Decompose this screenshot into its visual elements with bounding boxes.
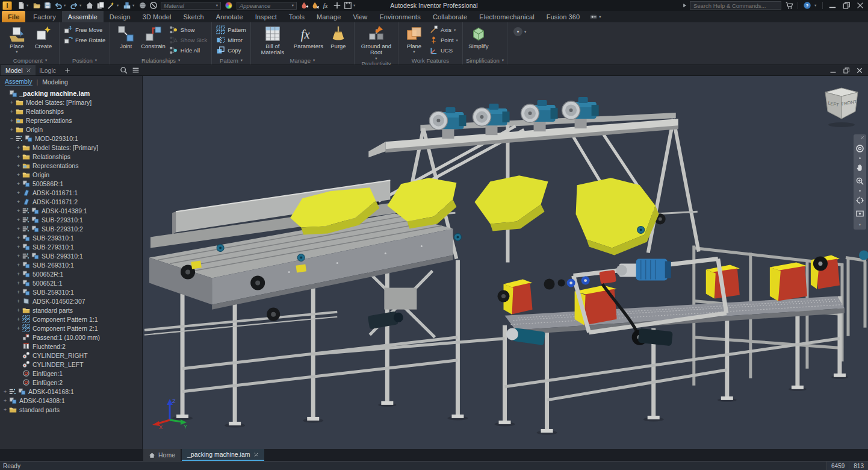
ribbon-tab-collaborate[interactable]: Collaborate [427, 11, 473, 22]
help-dropdown-icon[interactable]: ▾ [814, 3, 819, 8]
free-rotate-button[interactable]: Free Rotate [63, 35, 107, 45]
tree-item-origin[interactable]: +Origin [0, 170, 142, 179]
redo-dropdown-icon[interactable]: ▾ [79, 3, 84, 8]
close-button[interactable] [854, 1, 866, 10]
view-modeling[interactable]: Modeling [42, 78, 68, 86]
undo-icon[interactable] [53, 1, 63, 10]
tree-item-500652l-1[interactable]: +500652L:1 [0, 278, 142, 287]
navbar-more-icon[interactable]: ▾ [859, 222, 861, 227]
redo-icon[interactable] [69, 1, 79, 10]
tree-item-passend-1-10-000-mm[interactable]: Passend:1 (10.000 mm) [0, 333, 142, 342]
parameters-quick-icon[interactable]: fx [321, 1, 331, 10]
tree-item-relationships[interactable]: +Relationships [0, 107, 142, 116]
browser-tab-close-icon[interactable] [26, 67, 31, 73]
doc-minimize-button[interactable] [827, 66, 839, 75]
search-expand-icon[interactable] [681, 1, 687, 10]
tree-expander-icon[interactable]: − [8, 135, 15, 142]
tree-item-adsk-011671-2[interactable]: +ADSK-011671:2 [0, 197, 142, 206]
ground-and-root-button[interactable]: Ground and Root▾ [358, 24, 395, 60]
show-button[interactable]: Show [168, 25, 208, 35]
pattern-button[interactable]: Pattern [215, 25, 247, 35]
pan-icon[interactable] [855, 163, 864, 172]
panel-label-component[interactable]: Component▾ [4, 56, 56, 64]
free-move-button[interactable]: Free Move [63, 25, 107, 35]
ribbon-tab-environments[interactable]: Environments [373, 11, 426, 22]
tree-item-packing-machine-iam[interactable]: _packing machine.iam [0, 89, 142, 98]
hide-all-button[interactable]: Hide All [168, 45, 208, 55]
store-cart-icon[interactable] [784, 1, 794, 10]
tree-expander-icon[interactable]: + [15, 234, 22, 241]
orbit-icon[interactable] [855, 196, 864, 205]
ribbon-tab-design[interactable]: Design [104, 11, 137, 22]
ucs-button[interactable]: UCS [428, 45, 459, 55]
tree-expander-icon[interactable]: + [15, 289, 22, 295]
appearance-combo[interactable]: Appearance ▾ [237, 2, 297, 10]
qat-customize-icon[interactable]: ▾ [353, 3, 358, 8]
doc-tab-packing-machine[interactable]: _packing machine.iam [182, 449, 264, 461]
adjust-add-icon[interactable] [299, 1, 309, 10]
measure-grid-icon[interactable] [343, 1, 353, 10]
navbar-close-icon[interactable] [860, 136, 864, 140]
ribbon-tab-electromechanical[interactable]: Electromechanical [473, 11, 541, 22]
tree-item-standard-parts[interactable]: +standard parts [0, 405, 142, 414]
tree-item-500586r-1[interactable]: +500586R:1 [0, 179, 142, 188]
quick-command-dropdown-icon[interactable]: ▾ [117, 3, 121, 8]
ribbon-tab-inspect[interactable]: Inspect [249, 11, 283, 22]
tree-expander-icon[interactable]: + [2, 406, 8, 413]
ribbon-tab-fusion-360[interactable]: Fusion 360 [541, 11, 586, 22]
ribbon-tab-factory[interactable]: Factory [27, 11, 61, 22]
tree-item-500652r-1[interactable]: +500652R:1 [0, 269, 142, 278]
tree-expander-icon[interactable]: + [8, 126, 15, 133]
tree-item-representations[interactable]: +Representations [0, 161, 142, 170]
bill-of-materials-button[interactable]: Bill of Materials [254, 24, 291, 56]
tree-item-component-pattern-2-1[interactable]: +Component Pattern 2:1 [0, 324, 142, 333]
tree-item-sub-299310-1[interactable]: +SUB-299310:1 [0, 251, 142, 260]
inventor-logo-icon[interactable]: I [2, 1, 12, 10]
minimize-button[interactable] [826, 1, 838, 10]
help-search-input[interactable] [690, 1, 781, 10]
axis-button[interactable]: Axis▾ [428, 25, 459, 35]
tree-expander-icon[interactable]: + [15, 307, 22, 313]
ribbon-tab-annotate[interactable]: Annotate [210, 11, 249, 22]
tree-item-fluchtend-2[interactable]: Fluchtend:2 [0, 342, 142, 351]
material-combo[interactable]: Material ▾ [161, 2, 221, 10]
help-icon[interactable]: ? [802, 1, 812, 10]
point-button[interactable]: Point▾ [428, 35, 459, 45]
tree-item-einf-gen-2[interactable]: Einfügen:2 [0, 378, 142, 387]
plane-button[interactable]: Plane▾ [401, 24, 427, 54]
simplify-button[interactable]: Simplify [466, 24, 491, 49]
tree-expander-icon[interactable]: + [15, 180, 22, 187]
undo-dropdown-icon[interactable]: ▾ [64, 3, 68, 8]
measure-add-icon[interactable] [332, 1, 342, 10]
tree-item-adsk-014168-1[interactable]: +ADSK-014168:1 [0, 387, 142, 396]
tree-expander-icon[interactable]: + [15, 207, 22, 214]
tree-expander-icon[interactable]: + [15, 198, 22, 205]
tree-expander-icon[interactable]: + [2, 388, 8, 395]
tree-item-adsk-014502-307[interactable]: +ADSK-014502:307 [0, 296, 142, 306]
tree-expander-icon[interactable]: + [15, 252, 22, 259]
restore-button[interactable] [840, 1, 852, 10]
purge-button[interactable]: Purge [326, 24, 351, 49]
tree-item-mod-029310-1[interactable]: −MOD-029310:1 [0, 134, 142, 143]
tree-item-representations[interactable]: +Representations [0, 116, 142, 125]
ribbon-tab-file[interactable]: File [2, 11, 25, 22]
tree-item-sub-269310-1[interactable]: +SUB-269310:1 [0, 260, 142, 269]
tree-item-einf-gen-1[interactable]: Einfügen:1 [0, 369, 142, 378]
panel-label-work-features[interactable]: Work Features [401, 56, 459, 64]
place-button[interactable]: Place▾ [4, 24, 29, 54]
tree-expander-icon[interactable]: + [15, 325, 22, 331]
tree-item-cylinder-right[interactable]: CYLINDER_RIGHT [0, 351, 142, 360]
tree-item-sub-229310-1[interactable]: +SUB-229310:1 [0, 215, 142, 224]
tree-expander-icon[interactable]: + [15, 262, 22, 268]
tree-expander-icon[interactable]: + [8, 108, 15, 114]
documents-icon[interactable] [95, 1, 105, 10]
ribbon-tab-manage[interactable]: Manage [311, 11, 347, 22]
tree-expander-icon[interactable]: + [15, 144, 22, 151]
browser-tab-ilogic[interactable]: iLogic [36, 65, 60, 75]
ribbon-tab-assemble[interactable]: Assemble [62, 11, 104, 22]
tree-expander-icon[interactable]: + [15, 225, 22, 232]
home-view-icon[interactable] [84, 1, 95, 10]
tree-expander-icon[interactable]: + [15, 280, 22, 286]
tree-item-sub-239310-1[interactable]: +SUB-239310:1 [0, 233, 142, 242]
tree-expander-icon[interactable]: + [8, 99, 15, 105]
